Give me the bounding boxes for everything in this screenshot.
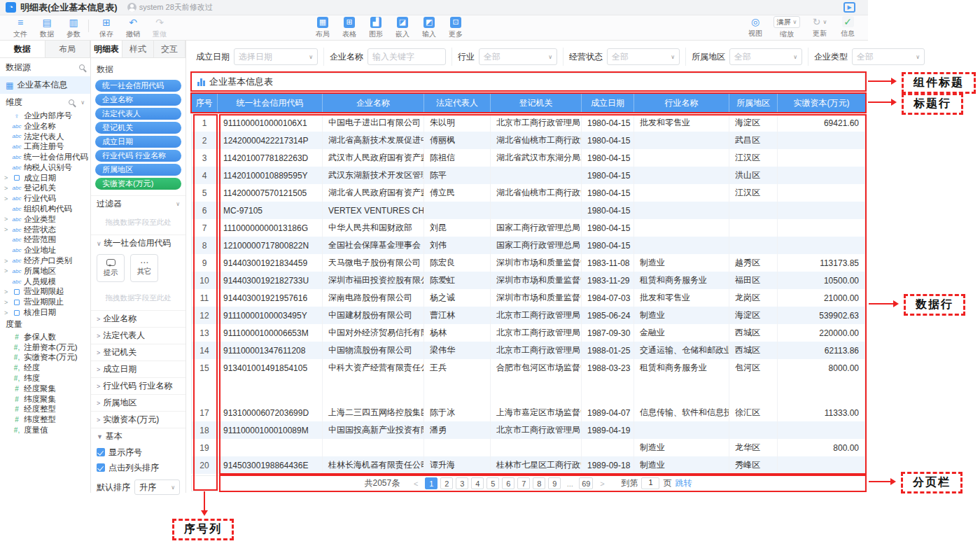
chevron-down-icon[interactable]: ∨ — [97, 240, 102, 247]
table-row[interactable]: 311420100778182263D武汉市人民政府国有资产监...陈祖信湖北省… — [192, 149, 864, 167]
expand-arrow-icon[interactable]: > — [4, 226, 10, 233]
page-button-1[interactable]: 1 — [425, 477, 438, 489]
toolbar-zoom-control[interactable]: 满屏∨缩放 — [769, 16, 805, 39]
table-row[interactable]: 11914403001921957616深南电路股份有限公司杨之诚深圳市市场和质… — [192, 289, 864, 307]
collapsed-field[interactable]: >成立日期 — [91, 360, 186, 377]
table-row[interactable]: 411420100010889595Y武汉东湖新技术开发区管理...陈平1980… — [192, 167, 864, 184]
measure-item[interactable]: #,实缴资本(万元) — [0, 353, 90, 363]
dimension-item[interactable]: >核准日期 — [0, 307, 90, 318]
toolbar-view-button[interactable]: ◎视图 — [742, 16, 769, 38]
expand-arrow-icon[interactable]: > — [4, 288, 10, 295]
dimension-item[interactable]: >abc所属地区 — [0, 266, 90, 276]
table-row[interactable]: 9914403001921834459天马微电子股份有限公司陈宏良深圳市市场和质… — [192, 254, 864, 272]
expand-arrow-icon[interactable]: > — [4, 299, 10, 306]
table-row[interactable]: 19制造业龙华区800.00 — [192, 439, 864, 456]
jump-page-input[interactable]: 1 — [641, 477, 659, 489]
toolbar-chart-button[interactable]: ▟图形 — [363, 17, 389, 39]
page-button-4[interactable]: 4 — [471, 477, 484, 489]
measure-item[interactable]: #经度整型 — [0, 405, 90, 415]
collapsed-field[interactable]: >所属地区 — [91, 394, 186, 411]
toolbar-undo-button[interactable]: ↶撤销 — [120, 17, 146, 39]
table-row[interactable]: 6MC-97105VERTEX VENTURES CHI...1980-04-1… — [192, 202, 864, 219]
filter-select[interactable]: 选择日期∨ — [234, 48, 318, 65]
page-button-9[interactable]: 9 — [548, 477, 561, 489]
dimension-item[interactable]: abc工商注册号 — [0, 141, 90, 152]
page-button-8[interactable]: 8 — [533, 477, 545, 489]
column-header[interactable]: 成立日期 — [582, 93, 634, 113]
prev-page-button[interactable]: < — [410, 477, 422, 489]
collapsed-field[interactable]: >法定代表人 — [91, 327, 186, 344]
panel-tab-明细表[interactable]: 明细表 — [91, 41, 122, 57]
drop-zone[interactable]: 拖拽数据字段至此处 — [91, 212, 186, 234]
page-button-3[interactable]: 3 — [456, 477, 468, 489]
sidebar-tab-数据[interactable]: 数据 — [0, 41, 46, 57]
dimension-item[interactable]: >abc行业代码 — [0, 193, 90, 204]
search-icon[interactable] — [69, 99, 74, 105]
field-chip[interactable]: 行业代码 行业名称 — [95, 150, 181, 162]
measure-item[interactable]: #参保人数 — [0, 332, 90, 342]
table-row[interactable]: 14911100001347611208中国物流股份有限公司梁伟华北京市工商行政… — [192, 342, 864, 359]
dimension-item[interactable]: >abc经济户口类别 — [0, 255, 90, 266]
dimension-item[interactable]: abc企业名称 — [0, 121, 90, 132]
datasource-item[interactable]: ▦ 企业基本信息 — [0, 76, 90, 94]
dimension-item[interactable]: abc法定代表人 — [0, 132, 90, 142]
field-chip[interactable]: 法定代表人 — [95, 108, 181, 120]
measure-item[interactable]: #,度量值 — [0, 425, 90, 435]
page-button-5[interactable]: 5 — [486, 477, 499, 489]
dimension-item[interactable]: >abc登记机关 — [0, 183, 90, 194]
panel-tab-样式[interactable]: 样式 — [122, 41, 154, 57]
dimension-item[interactable]: abc企业地址 — [0, 245, 90, 255]
dimension-item[interactable]: abc经营范围 — [0, 235, 90, 246]
dimension-item[interactable]: >营业期限止 — [0, 297, 90, 307]
other-button[interactable]: ⋯ 其它 — [130, 254, 158, 282]
measure-item[interactable]: #,经度 — [0, 363, 90, 373]
dimension-item[interactable]: ♀企业内部序号 — [0, 111, 90, 121]
collapsed-field[interactable]: >实缴资本(万元) — [91, 411, 186, 428]
expand-arrow-icon[interactable]: > — [4, 309, 10, 316]
measure-item[interactable]: #经度聚集 — [0, 384, 90, 394]
next-page-button[interactable]: > — [596, 477, 608, 489]
field-chip[interactable]: 成立日期 — [95, 136, 181, 148]
column-header[interactable]: 序号 — [191, 93, 218, 113]
column-header[interactable]: 行业名称 — [634, 93, 729, 113]
dimension-item[interactable]: abc组织机构代码 — [0, 204, 90, 214]
toolbar-file-button[interactable]: ≡文件 — [7, 17, 34, 39]
toolbar-layout-button[interactable]: ▦布局 — [309, 17, 336, 39]
collapsed-field[interactable]: >行业代码 行业名称 — [91, 377, 186, 394]
toolbar-save-button[interactable]: ⊞保存 — [93, 17, 120, 39]
checkbox-checked-icon[interactable] — [97, 448, 105, 456]
table-row[interactable]: 1791310000607203699D上海二三四五网络控股集团...陈于冰上海… — [192, 404, 864, 421]
sidebar-tab-布局[interactable]: 布局 — [46, 41, 91, 57]
measure-item[interactable]: #纬度整型 — [0, 414, 90, 425]
toolbar-data-button[interactable]: ▤数据 — [34, 17, 60, 39]
field-chip[interactable]: 实缴资本(万元) — [95, 178, 181, 190]
dimension-item[interactable]: >成立日期 — [0, 173, 90, 183]
collapsed-field[interactable]: >登记机关 — [91, 344, 186, 360]
field-chip[interactable]: 登记机关 — [95, 122, 181, 134]
measure-item[interactable]: #,注册资本(万元) — [0, 342, 90, 353]
measure-item[interactable]: #纬度聚集 — [0, 394, 90, 405]
click-sort-checkbox-row[interactable]: 点击列头排序 — [91, 460, 186, 475]
table-row[interactable]: 19111000010000106X1中国电子进出口有限公司朱以明北京市工商行政… — [192, 114, 864, 132]
table-row[interactable]: 1091440300192182733U深圳市福田投资控股有限公司陈爱虹深圳市市… — [192, 272, 864, 289]
column-header[interactable]: 法定代表人 — [424, 93, 491, 113]
dimension-item[interactable]: >abc企业类型 — [0, 214, 90, 225]
dimension-item[interactable]: >营业期限起 — [0, 287, 90, 298]
toolbar-embed-button[interactable]: ◪嵌入 — [389, 17, 416, 39]
table-row[interactable]: 1391110000100006653M中国对外经济贸易信托有限...杨林北京市… — [192, 324, 864, 342]
measure-item[interactable]: #,纬度 — [0, 373, 90, 384]
dimension-item[interactable]: >abc经营状态 — [0, 225, 90, 235]
table-row[interactable] — [192, 377, 864, 404]
filter-select[interactable]: 全部∨ — [852, 48, 925, 65]
table-row[interactable]: 711100000000013186G中华人民共和国财政部刘昆国家工商行政管理总… — [192, 219, 864, 237]
page-button-6[interactable]: 6 — [502, 477, 514, 489]
page-button-7[interactable]: 7 — [517, 477, 530, 489]
triangle-down-icon[interactable]: ▼ — [97, 433, 103, 440]
table-row[interactable]: 5114200007570121505湖北省人民政府国有资产监...傅立民湖北省… — [192, 184, 864, 202]
table-row[interactable]: 212420000422217314P湖北省高新技术发展促进中...傅丽枫湖北省… — [192, 132, 864, 149]
expand-arrow-icon[interactable]: > — [4, 174, 10, 181]
default-sort-select[interactable]: 升序 ∨ — [134, 479, 180, 495]
field-chip[interactable]: 所属地区 — [95, 164, 181, 176]
field-chip[interactable]: 企业名称 — [95, 94, 181, 106]
column-header[interactable]: 统一社会信用代码 — [218, 93, 323, 113]
